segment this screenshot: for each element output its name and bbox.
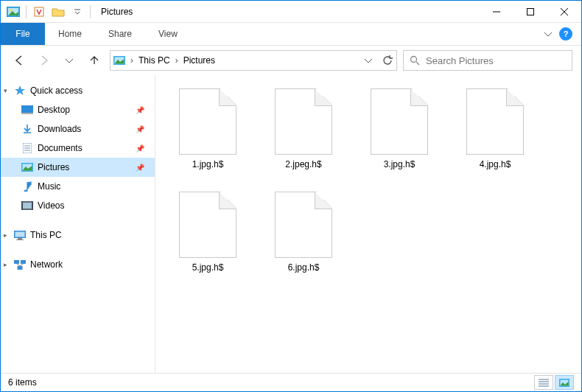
sidebar-item-label: Documents — [38, 143, 83, 153]
maximize-button[interactable] — [513, 1, 547, 23]
tab-view[interactable]: View — [145, 23, 191, 45]
svg-rect-24 — [32, 201, 33, 210]
refresh-button[interactable] — [377, 51, 396, 70]
sidebar-network[interactable]: ▸ Network — [1, 255, 155, 274]
tab-share[interactable]: Share — [95, 23, 145, 45]
desktop-icon — [21, 104, 33, 116]
file-icon — [275, 192, 332, 258]
sidebar-quick-access[interactable]: ▾ Quick access — [1, 81, 155, 100]
svg-rect-31 — [18, 266, 23, 270]
file-item[interactable]: 5.jpg.h$ — [160, 189, 256, 292]
window-title: Pictures — [97, 7, 133, 17]
pictures-library-icon — [5, 4, 21, 20]
file-icon — [371, 88, 428, 155]
file-name: 1.jpg.h$ — [192, 159, 224, 169]
window-controls — [480, 1, 581, 23]
file-item[interactable]: 4.jpg.h$ — [447, 85, 543, 189]
sidebar-item-label: This PC — [30, 230, 62, 240]
file-icon — [275, 88, 332, 155]
navigation-bar: › This PC › Pictures — [1, 46, 581, 75]
properties-icon[interactable] — [31, 4, 47, 20]
up-button[interactable] — [85, 51, 104, 70]
file-list[interactable]: 1.jpg.h$ 2.jpeg.h$ 3.jpg.h$ 4.jpg.h$ 5.j… — [155, 75, 581, 373]
breadcrumb-this-pc[interactable]: This PC — [136, 51, 173, 70]
sidebar-item-pictures[interactable]: Pictures 📌 — [1, 158, 155, 177]
sidebar-item-music[interactable]: Music — [1, 177, 155, 196]
svg-point-2 — [10, 9, 13, 11]
file-item[interactable]: 2.jpeg.h$ — [256, 85, 351, 189]
separator — [26, 5, 27, 18]
expander-icon[interactable]: ▸ — [4, 231, 7, 239]
svg-rect-30 — [21, 260, 26, 264]
pin-icon: 📌 — [136, 125, 144, 133]
breadcrumb-pictures[interactable]: Pictures — [180, 51, 218, 70]
qat-dropdown-icon[interactable] — [69, 4, 85, 20]
svg-rect-12 — [21, 105, 33, 113]
documents-icon — [21, 142, 33, 154]
file-item[interactable]: 3.jpg.h$ — [351, 85, 447, 189]
tab-home[interactable]: Home — [45, 23, 95, 45]
sidebar-item-label: Desktop — [38, 105, 70, 115]
file-name: 2.jpeg.h$ — [285, 159, 321, 169]
file-name: 3.jpg.h$ — [384, 159, 416, 169]
ribbon-tabs: File Home Share View ? — [1, 23, 581, 46]
minimize-button[interactable] — [480, 1, 513, 23]
file-icon — [179, 88, 236, 155]
chevron-right-icon[interactable]: › — [173, 55, 180, 66]
sidebar-item-label: Network — [30, 259, 63, 270]
pictures-icon — [21, 161, 33, 173]
forward-button[interactable] — [35, 51, 54, 70]
file-item[interactable]: 6.jpg.h$ — [256, 189, 351, 292]
recent-locations-button[interactable] — [60, 51, 79, 70]
svg-rect-22 — [23, 203, 32, 209]
music-icon — [21, 181, 33, 192]
back-button[interactable] — [10, 51, 29, 70]
file-icon — [179, 192, 236, 258]
search-input[interactable] — [426, 55, 566, 66]
svg-rect-23 — [21, 201, 23, 210]
sidebar-item-downloads[interactable]: Downloads 📌 — [1, 119, 155, 139]
svg-rect-28 — [16, 239, 24, 240]
sidebar-item-label: Pictures — [38, 162, 69, 172]
file-name: 4.jpg.h$ — [480, 159, 511, 169]
file-icon — [466, 88, 524, 155]
network-icon — [14, 259, 26, 270]
thumbnails-view-button[interactable] — [555, 375, 574, 390]
search-icon — [410, 55, 420, 66]
sidebar-item-label: Music — [38, 181, 60, 192]
ribbon-expand-icon[interactable] — [544, 30, 552, 38]
sidebar-this-pc[interactable]: ▸ This PC — [1, 225, 155, 245]
address-bar[interactable]: › This PC › Pictures — [110, 50, 397, 71]
svg-point-10 — [411, 57, 417, 63]
sidebar-item-videos[interactable]: Videos — [1, 196, 155, 215]
tab-file[interactable]: File — [1, 23, 45, 45]
svg-rect-29 — [14, 260, 19, 264]
pin-icon: 📌 — [136, 164, 144, 172]
address-dropdown-icon[interactable] — [358, 51, 377, 70]
svg-rect-27 — [18, 238, 22, 239]
search-box[interactable] — [403, 50, 572, 71]
sidebar-item-label: Quick access — [30, 85, 83, 96]
chevron-right-icon[interactable]: › — [128, 55, 136, 66]
expander-icon[interactable]: ▾ — [4, 87, 7, 94]
new-folder-icon[interactable] — [50, 4, 66, 20]
help-icon[interactable]: ? — [559, 27, 572, 41]
file-name: 6.jpg.h$ — [288, 262, 320, 273]
details-view-button[interactable] — [534, 375, 553, 390]
close-button[interactable] — [547, 1, 581, 23]
item-count: 6 items — [8, 377, 37, 388]
svg-rect-26 — [15, 231, 25, 237]
svg-line-11 — [416, 62, 419, 65]
videos-icon — [21, 200, 33, 211]
sidebar-item-documents[interactable]: Documents 📌 — [1, 139, 155, 158]
status-bar: 6 items — [1, 373, 581, 391]
sidebar-item-desktop[interactable]: Desktop 📌 — [1, 100, 155, 119]
svg-rect-5 — [527, 8, 534, 15]
file-name: 5.jpg.h$ — [192, 262, 224, 273]
expander-icon[interactable]: ▸ — [4, 261, 7, 268]
sidebar-item-label: Videos — [38, 200, 64, 211]
svg-rect-13 — [21, 113, 33, 114]
file-item[interactable]: 1.jpg.h$ — [160, 85, 256, 189]
downloads-icon — [21, 123, 33, 135]
location-icon — [111, 56, 128, 65]
